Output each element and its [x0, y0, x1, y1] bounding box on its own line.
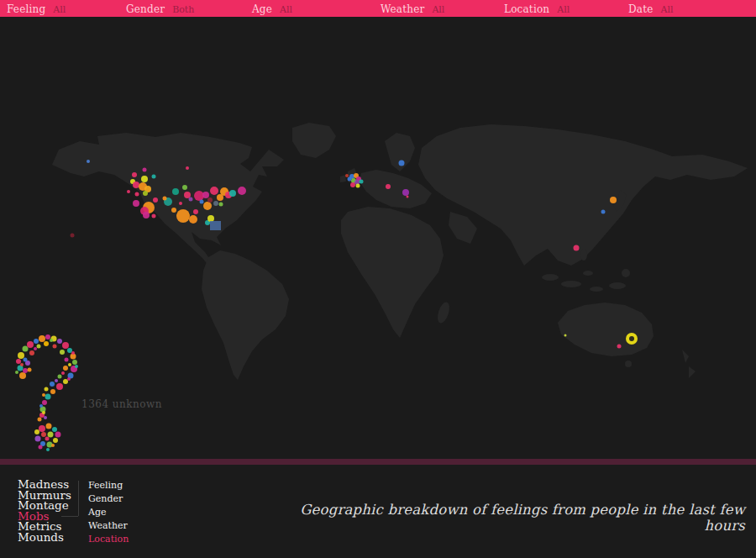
unknown-feeling-dot[interactable] — [67, 377, 71, 381]
unknown-feeling-dot[interactable] — [27, 341, 34, 348]
unknown-feeling-dot[interactable] — [68, 363, 71, 366]
unknown-feeling-dot[interactable] — [55, 379, 58, 382]
unknown-feeling-dot[interactable] — [57, 339, 62, 344]
unknown-feeling-dot[interactable] — [65, 358, 69, 362]
feeling-dot[interactable] — [87, 160, 90, 163]
filter-age[interactable]: AgeAll — [252, 0, 292, 17]
feeling-dot[interactable] — [350, 182, 355, 187]
feeling-dot[interactable] — [193, 209, 198, 214]
feeling-dot[interactable] — [629, 336, 634, 341]
unknown-feeling-dot[interactable] — [39, 335, 45, 342]
unknown-feeling-dot[interactable] — [34, 339, 39, 344]
feeling-dot[interactable] — [407, 196, 409, 198]
unknown-feeling-dot[interactable] — [20, 363, 24, 366]
feeling-dot[interactable] — [186, 166, 189, 170]
filter-date[interactable]: DateAll — [628, 0, 673, 17]
feeling-dot[interactable] — [133, 200, 139, 207]
unknown-feeling-dot[interactable] — [61, 371, 65, 375]
unknown-feeling-dot[interactable] — [44, 416, 47, 419]
feeling-dot[interactable] — [360, 180, 364, 184]
feeling-dot[interactable] — [143, 212, 150, 218]
unknown-feeling-dot[interactable] — [62, 342, 69, 349]
feeling-dot[interactable] — [171, 208, 176, 213]
unknown-feeling-dot[interactable] — [53, 438, 58, 443]
feeling-dot[interactable] — [152, 175, 156, 179]
unknown-feeling-dot[interactable] — [39, 425, 45, 432]
unknown-feeling-dot[interactable] — [39, 404, 43, 408]
unknown-feeling-dot[interactable] — [63, 366, 68, 371]
unknown-feeling-dot[interactable] — [46, 448, 50, 451]
subnav-item-feeling[interactable]: Feeling — [88, 479, 129, 492]
feeling-dot[interactable] — [176, 209, 190, 223]
feeling-dot[interactable] — [601, 210, 606, 214]
unknown-feeling-dot[interactable] — [53, 345, 57, 349]
feeling-dot[interactable] — [564, 334, 567, 337]
unknown-feeling-dot[interactable] — [56, 383, 63, 390]
feeling-dot[interactable] — [399, 161, 405, 166]
unknown-feeling-dot[interactable] — [45, 394, 51, 400]
unknown-feeling-dot[interactable] — [23, 368, 28, 373]
filter-weather[interactable]: WeatherAll — [381, 0, 444, 17]
feeling-dot[interactable] — [200, 200, 204, 204]
feeling-dot[interactable] — [184, 192, 191, 198]
unknown-feeling-dot[interactable] — [34, 429, 39, 434]
feeling-dot[interactable] — [207, 215, 214, 222]
unknown-feeling-dot[interactable] — [28, 368, 32, 372]
feeling-dot[interactable] — [203, 202, 212, 210]
unknown-feeling-dot[interactable] — [41, 432, 46, 437]
feeling-dot[interactable] — [163, 197, 167, 201]
feeling-dot[interactable] — [135, 192, 139, 197]
feeling-dot[interactable] — [574, 245, 580, 251]
feeling-dot[interactable] — [207, 197, 213, 203]
feeling-dot[interactable] — [143, 191, 148, 196]
unknown-feeling-dot[interactable] — [45, 437, 50, 441]
feeling-dot[interactable] — [127, 190, 130, 193]
feeling-dot[interactable] — [182, 185, 187, 190]
unknown-feeling-dot[interactable] — [18, 352, 24, 359]
feeling-photo-marker[interactable] — [210, 221, 221, 230]
feeling-dot[interactable] — [152, 214, 156, 218]
unknown-feeling-dot[interactable] — [50, 382, 55, 387]
unknown-feeling-dot[interactable] — [16, 359, 21, 364]
feeling-dot[interactable] — [610, 197, 617, 203]
unknown-feeling-dot[interactable] — [67, 348, 72, 353]
subnav-item-location[interactable]: Location — [88, 533, 129, 546]
unknown-feeling-dot[interactable] — [23, 346, 29, 352]
subnav-item-gender[interactable]: Gender — [88, 492, 129, 506]
feeling-dot[interactable] — [238, 187, 246, 195]
unknown-feeling-dot[interactable] — [45, 387, 49, 392]
nav-item-mounds[interactable]: Mounds — [18, 532, 71, 543]
feeling-dot[interactable] — [402, 189, 409, 196]
feeling-dot[interactable] — [229, 190, 236, 197]
unknown-feeling-dot[interactable] — [46, 424, 52, 429]
subnav-item-age[interactable]: Age — [88, 506, 129, 519]
feeling-dot[interactable] — [153, 197, 158, 203]
unknown-feeling-dot[interactable] — [35, 436, 41, 442]
unknown-feeling-dot[interactable] — [39, 445, 43, 450]
feeling-dot[interactable] — [386, 184, 391, 189]
filter-gender[interactable]: GenderBoth — [126, 0, 194, 17]
unknown-feeling-dot[interactable] — [38, 418, 42, 422]
unknown-feeling-dot[interactable] — [48, 432, 54, 438]
feeling-dot[interactable] — [202, 192, 209, 198]
unknown-feeling-dot[interactable] — [75, 365, 78, 368]
unknown-feeling-dot[interactable] — [71, 351, 75, 355]
unknown-feeling-dot[interactable] — [72, 360, 77, 365]
unknown-feeling-dot[interactable] — [58, 375, 62, 379]
unknown-feeling-dot[interactable] — [50, 339, 53, 342]
feeling-dot[interactable] — [348, 177, 352, 182]
feeling-dot[interactable] — [219, 203, 223, 207]
filter-location[interactable]: LocationAll — [504, 0, 570, 17]
unknown-feeling-dot[interactable] — [44, 341, 49, 346]
feeling-dot[interactable] — [132, 172, 137, 177]
unknown-feeling-dot[interactable] — [34, 347, 37, 350]
unknown-feeling-dot[interactable] — [29, 350, 34, 355]
feeling-dot[interactable] — [345, 174, 349, 177]
unknown-feeling-dot[interactable] — [42, 393, 45, 397]
unknown-feeling-dot[interactable] — [51, 444, 55, 447]
feeling-dot[interactable] — [189, 215, 197, 224]
unknown-feeling-dot[interactable] — [19, 372, 26, 379]
filter-feeling[interactable]: FeelingAll — [7, 0, 66, 17]
unknown-feeling-dot[interactable] — [52, 427, 57, 432]
feeling-dot[interactable] — [617, 345, 622, 349]
